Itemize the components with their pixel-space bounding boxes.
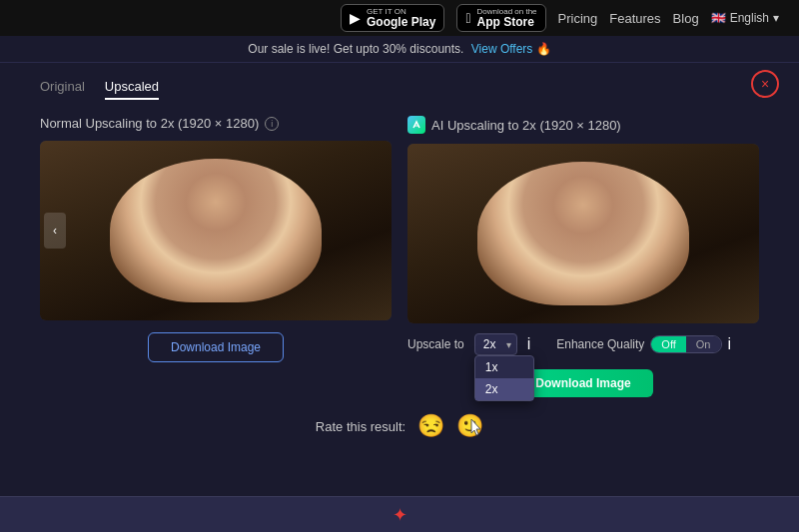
- sale-banner: Our sale is live! Get upto 30% discounts…: [0, 36, 799, 63]
- rating-label: Rate this result:: [316, 419, 405, 434]
- chevron-down-icon: ▾: [773, 11, 779, 25]
- upscale-to-label: Upscale to: [407, 337, 464, 351]
- ai-icon: [407, 116, 425, 134]
- left-image-container: ‹: [40, 141, 392, 320]
- bottom-bar: ✦: [0, 496, 799, 532]
- view-offers-link[interactable]: View Offers: [471, 42, 533, 56]
- enhance-quality-label: Enhance Quality: [556, 337, 644, 351]
- upscale-info-icon[interactable]: i: [527, 335, 531, 353]
- play-icon: ▶: [350, 10, 361, 26]
- left-download-button[interactable]: Download Image: [148, 332, 284, 362]
- rating-section: Rate this result: 😒 🙂: [40, 413, 759, 439]
- top-navigation: ▶ GET IT ON Google Play  Download on th…: [0, 0, 799, 36]
- fire-emoji: 🔥: [536, 42, 551, 56]
- google-play-label: Google Play: [367, 16, 435, 28]
- enhance-info-icon[interactable]: i: [728, 335, 732, 353]
- dropdown-item-1x[interactable]: 1x: [475, 356, 533, 378]
- left-label-text: Normal Upscaling to 2x (1920 × 1280): [40, 116, 259, 131]
- blog-link[interactable]: Blog: [673, 11, 699, 26]
- sale-text: Our sale is live! Get upto 30% discounts…: [248, 42, 463, 56]
- left-nav-arrow[interactable]: ‹: [44, 213, 66, 249]
- dropdown-item-2x[interactable]: 2x: [475, 378, 533, 400]
- tab-upscaled[interactable]: Upscaled: [105, 79, 159, 100]
- upscale-controls: Upscale to 1x 2x ▾ 1x 2x: [407, 333, 759, 355]
- right-image: [407, 144, 759, 323]
- toggle-off-button[interactable]: Off: [651, 336, 685, 352]
- google-play-badge[interactable]: ▶ GET IT ON Google Play: [341, 4, 444, 32]
- right-panel: AI Upscaling to 2x (1920 × 1280) Upscale…: [407, 116, 759, 397]
- sad-emoji-button[interactable]: 😒: [417, 413, 444, 439]
- app-store-badge[interactable]:  Download on the App Store: [456, 4, 545, 32]
- tab-group: Original Upscaled: [40, 79, 759, 100]
- left-info-icon[interactable]: i: [265, 117, 279, 131]
- left-download-area: Download Image: [40, 332, 392, 362]
- pricing-link[interactable]: Pricing: [558, 11, 598, 26]
- right-panel-label: AI Upscaling to 2x (1920 × 1280): [407, 116, 759, 134]
- upscale-select-wrapper: 1x 2x ▾ 1x 2x: [474, 333, 517, 355]
- left-panel: Normal Upscaling to 2x (1920 × 1280) i ‹…: [40, 116, 392, 397]
- enhance-quality-group: Enhance Quality Off On i: [556, 335, 731, 353]
- language-label: English: [730, 11, 769, 25]
- comparison-panels: Normal Upscaling to 2x (1920 × 1280) i ‹…: [40, 116, 759, 397]
- app-store-label: App Store: [477, 16, 537, 28]
- features-link[interactable]: Features: [609, 11, 660, 26]
- language-selector[interactable]: 🇬🇧 English ▾: [711, 11, 779, 25]
- toggle-on-button[interactable]: On: [686, 336, 721, 352]
- apple-icon: : [465, 10, 470, 26]
- upscale-dropdown-menu: 1x 2x: [474, 355, 534, 401]
- neutral-emoji-button[interactable]: 🙂: [456, 413, 483, 439]
- right-download-button[interactable]: Download Image: [513, 369, 652, 397]
- bottom-icon: ✦: [393, 504, 407, 526]
- right-label-text: AI Upscaling to 2x (1920 × 1280): [431, 118, 621, 133]
- left-panel-label: Normal Upscaling to 2x (1920 × 1280) i: [40, 116, 392, 131]
- close-icon: ×: [761, 76, 769, 92]
- left-image: [40, 141, 392, 320]
- upscale-dropdown[interactable]: 1x 2x: [474, 333, 517, 355]
- quality-toggle[interactable]: Off On: [650, 335, 721, 353]
- tab-original[interactable]: Original: [40, 79, 85, 100]
- right-image-container: [407, 144, 759, 323]
- main-content: Original Upscaled Normal Upscaling to 2x…: [0, 63, 799, 455]
- flag-icon: 🇬🇧: [711, 11, 726, 25]
- close-button[interactable]: ×: [751, 70, 779, 98]
